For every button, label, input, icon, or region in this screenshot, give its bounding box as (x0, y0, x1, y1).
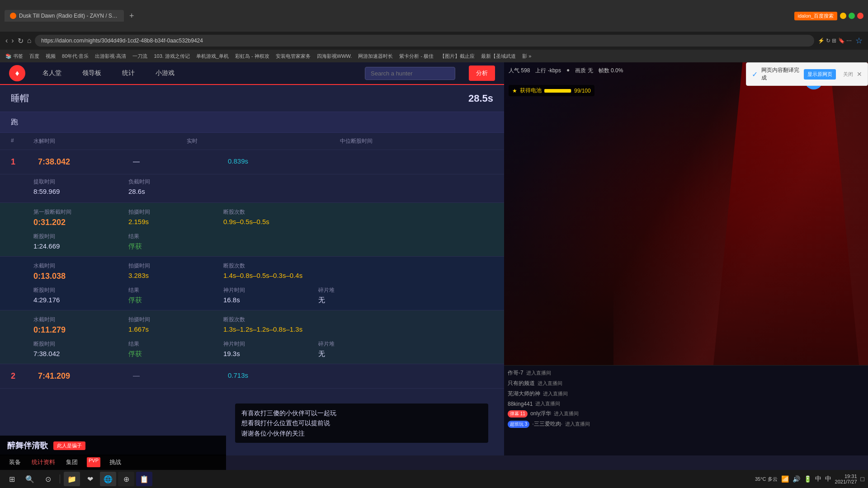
notification-taskbar-icon[interactable]: □ (861, 475, 864, 483)
browser-taskbar-button[interactable]: 🌐 (100, 472, 116, 486)
chat-link-4[interactable]: 进入直播间 (535, 400, 560, 407)
address-bar: ‹ › ↻ ⌂ ⚡ ↻ ⊞ 🔖 ⋯ ☆ (0, 32, 868, 50)
bookmark-103[interactable]: 103. 游戏之传记 (152, 52, 191, 61)
main-content-area: ♦ 名人堂 领导板 统计 小游戏 分析 睡帽 28.5s 跑 # 水解时间 实时… (0, 62, 504, 455)
run-label: 跑 (11, 118, 18, 126)
back-button[interactable]: ‹ (5, 37, 8, 45)
app2-button[interactable]: 📋 (136, 472, 152, 486)
shoot-time-label-3: 拍摄时间 (128, 316, 219, 324)
bookmark-rainbow[interactable]: 彩虹岛 - 神权攻 (233, 52, 271, 61)
bookmark-sihai[interactable]: 四海影视WWW. (315, 52, 354, 61)
water-time-label-2: 水截时间 (33, 262, 124, 270)
close-notification-button[interactable]: ✕ (857, 70, 862, 78)
nav-leaderboard[interactable]: 领导板 (79, 67, 105, 79)
show-original-button[interactable]: 显示原网页 (804, 69, 836, 80)
result-label-3: 结果 (128, 340, 219, 348)
overlay-tab-equipment[interactable]: 装备 (7, 457, 23, 467)
taskbar-time-block: 19:31 2021/7/27 (835, 474, 857, 484)
bookmark-80music[interactable]: 80年代·音乐 (60, 52, 90, 61)
volume-icon[interactable]: 🔊 (793, 475, 800, 483)
sleep-time: 28.5s (468, 93, 493, 104)
row1-realtime: — (133, 157, 223, 165)
home-button[interactable]: ⌂ (27, 37, 32, 45)
minimize-button[interactable] (840, 13, 846, 19)
bookmark-card[interactable]: 紫卡分析 - 极佳 (397, 52, 435, 61)
attack3-shoot-time: 拍摄时间 1.667s (128, 316, 219, 335)
chat-link-3[interactable]: 进入直播间 (543, 390, 568, 397)
nav-stats[interactable]: 统计 (118, 67, 138, 79)
bookmark-shujian[interactable]: 📚 书签 (4, 52, 25, 61)
close-button[interactable] (857, 13, 863, 19)
task-view-button[interactable]: ⊙ (40, 472, 56, 486)
extract-time-label: 提取时间 (33, 178, 124, 186)
shoot-time-value-1: 2.159s (128, 218, 219, 225)
battery-fill (544, 89, 571, 93)
chat-link-2[interactable]: 进入直播间 (538, 380, 562, 387)
attack3-water-time: 水截时间 0:11.279 (33, 316, 124, 335)
result-label-1: 结果 (128, 233, 219, 240)
attack1-first-break: 第一股断截时间 0:31.202 (33, 208, 124, 227)
overlay-tab-stats[interactable]: 统计资料 (30, 457, 57, 467)
bookmark-install[interactable]: 安装电管家家务 (274, 52, 312, 61)
attack1-break-time: 断股时间 1:24.669 (33, 233, 124, 251)
star-icon[interactable]: ☆ (855, 36, 863, 46)
attack3-break-count: 断股次数 1.3s–1.2s–1.2s–0.8s–1.3s (223, 316, 404, 335)
address-input[interactable] (35, 35, 814, 47)
active-tab[interactable]: Dusk Till Dawn (Radio Edit) - ZAYN / Sia… (5, 10, 124, 22)
bookmark-video[interactable]: 视频 (44, 52, 57, 61)
overlay-tab-badge: PVP (87, 457, 100, 467)
new-tab-button[interactable]: + (129, 11, 134, 21)
overlay-tab-group[interactable]: 集团 (64, 457, 80, 467)
bookmark-baidu[interactable]: 百度 (28, 52, 41, 61)
col-median-break: 中位断股时间 (340, 137, 493, 145)
bookmark-netacc[interactable]: 网游加速器时长 (356, 52, 395, 61)
row1-median-break-block: 0.839s (228, 157, 363, 167)
search-input[interactable] (365, 67, 455, 80)
bookmark-movie[interactable]: 出游影视·高清 (93, 52, 128, 61)
chat-link-1[interactable]: 进入直播间 (526, 370, 551, 376)
frame-stat: 帧数 0.0% (599, 67, 623, 75)
bookmark-sword[interactable]: 一刀流 (131, 52, 149, 61)
chat-badge-6: 超班玩 3 (508, 421, 529, 428)
bookmark-more[interactable]: 影 » (520, 52, 533, 61)
analyze-button[interactable]: 分析 (469, 66, 495, 81)
stream-stats: 人气 598 上行 -kbps ● 画质 无 帧数 0.0% (509, 67, 623, 75)
input-eng-icon[interactable]: 中 (825, 475, 831, 483)
hearts-button[interactable]: ❤ (82, 472, 98, 486)
bookmark-single[interactable]: 单机游戏_单机 (194, 52, 231, 61)
nav-famous[interactable]: 名人堂 (39, 67, 65, 79)
fragment-label-2: 碎片堆 (318, 286, 409, 294)
refresh-button[interactable]: ↻ (18, 37, 24, 45)
taskbar-date: 2021/7/27 (835, 479, 857, 484)
tab-title: Dusk Till Dawn (Radio Edit) - ZAYN / Sia… (19, 13, 118, 19)
start-button[interactable]: ⊞ (4, 472, 20, 486)
nav-minigames[interactable]: 小游戏 (152, 67, 178, 79)
row2-median-break: 0.713s (228, 371, 363, 379)
bookmark-image[interactable]: 【图片】截止应 (438, 52, 476, 61)
attack3-break-time: 断股时间 7:38.042 (33, 340, 124, 358)
forward-button[interactable]: › (11, 37, 14, 45)
chat-link-6[interactable]: 进入直播间 (565, 421, 590, 427)
shoot-time-value-2: 3.283s (128, 272, 219, 279)
input-icon[interactable]: 中 (815, 475, 821, 483)
network-icon[interactable]: 📶 (781, 475, 789, 483)
chat-username-2: 只有的频道 (508, 380, 535, 387)
first-break-value: 0:31.202 (33, 218, 124, 227)
row1-median-break: 0.839s (228, 157, 363, 165)
chat-message-text: 有喜欢打三傻的小伙伴可以一起玩想看我打什么位置也可以提前说谢谢各位小伙伴的关注 (241, 408, 482, 438)
chat-username-3: 芜湖大师的神 (508, 390, 540, 398)
row1-loss-time: 28.6s (128, 188, 219, 195)
fragment-label-3: 碎片堆 (318, 340, 409, 348)
chat-link-5[interactable]: 进入直播间 (554, 410, 579, 417)
overlay-tab-challenge[interactable]: 挑战 (108, 457, 123, 467)
file-explorer-button[interactable]: 📁 (64, 472, 80, 486)
search-button[interactable]: 🔍 (22, 472, 38, 486)
notification-popup: ✓ 网页内容翻译完成 显示原网页 关闭 ✕ (746, 62, 868, 86)
app1-button[interactable]: ⊕ (118, 472, 134, 486)
search-engine-indicator: idalon_百度搜索 (794, 12, 837, 20)
taskbar-temp: 35°C 多云 (755, 476, 778, 483)
maximize-button[interactable] (849, 13, 855, 19)
shoot-time-label-2: 拍摄时间 (128, 262, 219, 270)
bookmark-sacred[interactable]: 最新【圣域武道 (479, 52, 518, 61)
chat-item-5: 弹幕 11 only浮华 进入直播间 (508, 410, 864, 418)
